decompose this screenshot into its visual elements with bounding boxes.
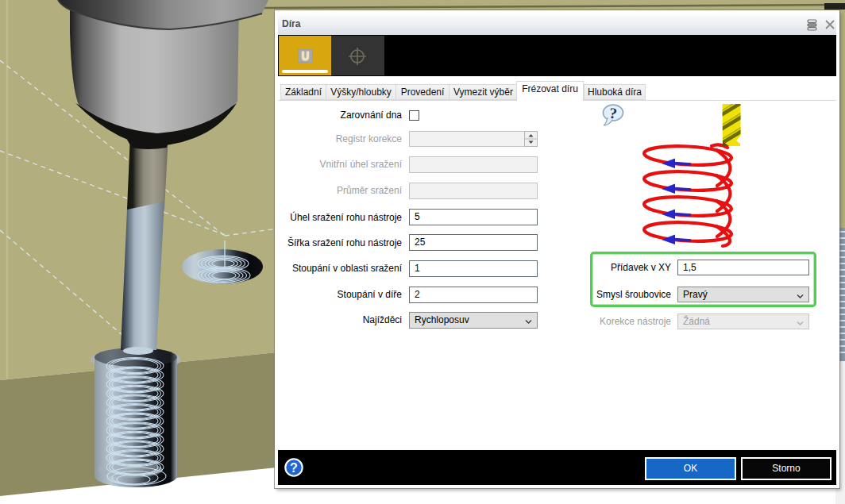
svg-text:?: ? [290, 461, 298, 475]
